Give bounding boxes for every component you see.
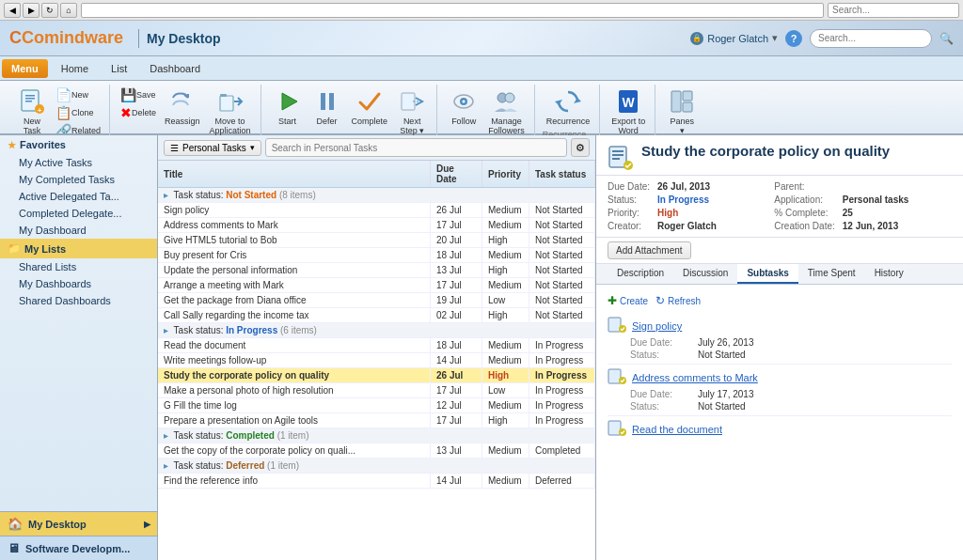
refresh-subtask-link[interactable]: ↻ Refresh xyxy=(655,294,701,307)
header-search-input[interactable] xyxy=(810,29,932,48)
save-button[interactable]: 💾 Save xyxy=(118,86,159,103)
help-button[interactable]: ? xyxy=(785,30,802,47)
tab-dashboard[interactable]: Dashboard xyxy=(138,56,212,81)
task-list-dropdown[interactable]: ☰ Personal Tasks ▾ xyxy=(164,140,261,156)
col-due-date[interactable]: Due Date xyxy=(431,161,482,188)
recurrence-button[interactable]: Recurrence xyxy=(543,85,594,128)
task-due: 17 Jul xyxy=(431,218,482,233)
status-group-not-started[interactable]: ▸ Task status: Not Started (8 items) xyxy=(158,188,595,203)
col-title[interactable]: Title xyxy=(158,161,431,188)
task-priority: Low xyxy=(482,293,529,308)
tab-history[interactable]: History xyxy=(865,264,913,284)
table-row[interactable]: Read the document18 JulMediumIn Progress xyxy=(158,338,595,353)
delete-button[interactable]: ✖ Delete xyxy=(118,104,159,121)
address-bar[interactable] xyxy=(81,3,824,18)
table-row[interactable]: Write meetings follow-up14 JulMediumIn P… xyxy=(158,353,595,368)
menu-button[interactable]: Menu xyxy=(2,59,48,78)
col-task-status[interactable]: Task status xyxy=(529,161,595,188)
move-to-application-button[interactable]: Move toApplication xyxy=(206,85,255,137)
table-row[interactable]: Give HTML5 tutorial to Bob20 JulHighNot … xyxy=(158,233,595,248)
new-task-label: NewTask xyxy=(24,117,41,135)
task-status: Not Started xyxy=(529,263,595,278)
sidebar-favorites-header[interactable]: ★ Favorites xyxy=(0,135,157,154)
table-row[interactable]: Get the package from Diana office19 JulL… xyxy=(158,293,595,308)
application-label: Application: xyxy=(774,194,834,205)
tab-list[interactable]: List xyxy=(100,56,138,81)
table-row[interactable]: Make a personal photo of high resolution… xyxy=(158,383,595,398)
detail-panel: Study the corporate policy on quality Du… xyxy=(596,135,963,560)
reassign-button[interactable]: Reassign xyxy=(161,85,204,137)
subtask-title-address-comments[interactable]: Address comments to Mark xyxy=(608,368,952,387)
sidebar-item-shared-dashboards[interactable]: Shared Dashboards xyxy=(0,292,157,309)
svg-rect-28 xyxy=(612,158,620,160)
clone-button[interactable]: 📋 Clone xyxy=(53,104,103,121)
sidebar-bottom-my-desktop[interactable]: 🏠 My Desktop ▶ xyxy=(0,511,158,536)
sidebar-item-my-dashboards[interactable]: My Dashboards xyxy=(0,275,157,292)
tab-discussion[interactable]: Discussion xyxy=(673,264,737,284)
table-row[interactable]: Call Sally regarding the income tax02 Ju… xyxy=(158,308,595,323)
tab-subtasks[interactable]: Subtasks xyxy=(737,264,797,284)
refresh-button[interactable]: ↻ xyxy=(41,3,58,18)
browser-search-input[interactable] xyxy=(828,3,959,18)
status-group-in-progress[interactable]: ▸ Task status: In Progress (6 items) xyxy=(158,323,595,338)
sidebar-bottom-software-dev[interactable]: 🖥 Software Developm... xyxy=(0,536,158,560)
sidebar-item-my-dashboard[interactable]: My Dashboard xyxy=(0,222,157,239)
col-priority[interactable]: Priority xyxy=(482,161,529,188)
table-row[interactable]: Arrange a meeting with Mark17 JulMediumN… xyxy=(158,278,595,293)
subtask-title-read-document[interactable]: Read the document xyxy=(608,420,952,439)
new-task-button[interactable]: + NewTask xyxy=(13,85,51,139)
task-title: Make a personal photo of high resolution xyxy=(158,383,431,398)
task-list-scroll-area[interactable]: Title Due Date Priority Task status ▸ Ta… xyxy=(158,161,595,560)
create-subtask-link[interactable]: ✚ Create xyxy=(608,294,648,307)
table-row[interactable]: Get the copy of the corporate policy on … xyxy=(158,443,595,459)
svg-marker-8 xyxy=(282,93,297,110)
table-row[interactable]: Address comments to Mark17 JulMediumNot … xyxy=(158,218,595,233)
tab-home[interactable]: Home xyxy=(50,56,100,81)
task-status: Not Started xyxy=(529,233,595,248)
panes-button[interactable]: Panes▾ xyxy=(663,85,701,137)
status-label: Status: xyxy=(608,194,650,205)
sidebar-item-my-completed-tasks[interactable]: My Completed Tasks xyxy=(0,171,157,188)
manage-followers-button[interactable]: ManageFollowers xyxy=(484,85,529,137)
svg-rect-7 xyxy=(220,94,227,97)
new-button[interactable]: 📄 New xyxy=(53,86,103,103)
user-dropdown-icon[interactable]: ▾ xyxy=(772,32,778,44)
sidebar-item-active-delegated[interactable]: Active Delegated Ta... xyxy=(0,188,157,205)
add-attachment-button[interactable]: Add Attachment xyxy=(608,241,691,259)
status-group-deferred[interactable]: ▸ Task status: Deferred (1 item) xyxy=(158,459,595,474)
task-due: 19 Jul xyxy=(431,293,482,308)
export-to-word-button[interactable]: W Export toWord xyxy=(608,85,649,137)
follow-button[interactable]: Follow xyxy=(445,85,482,137)
task-priority: Medium xyxy=(482,338,529,353)
sidebar-item-completed-delegate[interactable]: Completed Delegate... xyxy=(0,205,157,222)
sidebar-my-lists-header[interactable]: 📁 My Lists xyxy=(0,239,157,258)
forward-button[interactable]: ▶ xyxy=(23,3,39,18)
home-button[interactable]: ⌂ xyxy=(60,3,77,18)
tab-description[interactable]: Description xyxy=(608,264,673,284)
sidebar-item-shared-lists[interactable]: Shared Lists xyxy=(0,258,157,275)
table-row[interactable]: G Fill the time log12 JulMediumIn Progre… xyxy=(158,398,595,413)
refresh-label: Refresh xyxy=(668,296,701,306)
create-icon: ✚ xyxy=(608,294,617,307)
tab-time-spent[interactable]: Time Spent xyxy=(798,264,865,284)
export-to-word-icon: W xyxy=(613,86,643,117)
table-row-selected[interactable]: Study the corporate policy on quality26 … xyxy=(158,368,595,383)
table-row[interactable]: Find the reference info14 JulMediumDefer… xyxy=(158,474,595,489)
detail-tabs: Description Discussion Subtasks Time Spe… xyxy=(596,264,963,285)
defer-icon xyxy=(312,86,342,117)
svg-rect-11 xyxy=(402,93,415,110)
svg-marker-18 xyxy=(574,98,581,103)
task-priority: Medium xyxy=(482,398,529,413)
task-settings-button[interactable]: ⚙ xyxy=(571,138,590,157)
next-step-icon xyxy=(397,86,427,117)
table-row[interactable]: Buy present for Cris18 JulMediumNot Star… xyxy=(158,248,595,263)
table-row[interactable]: Sign policy26 JulMediumNot Started xyxy=(158,203,595,218)
status-group-completed[interactable]: ▸ Task status: Completed (1 item) xyxy=(158,428,595,443)
sidebar-item-my-active-tasks[interactable]: My Active Tasks xyxy=(0,154,157,171)
table-row[interactable]: Prepare a presentation on Agile tools17 … xyxy=(158,413,595,428)
table-row[interactable]: Update the personal information13 JulHig… xyxy=(158,263,595,278)
task-search-input[interactable] xyxy=(265,138,567,157)
back-button[interactable]: ◀ xyxy=(4,3,21,18)
search-icon[interactable]: 🔍 xyxy=(939,32,954,45)
subtask-title-sign-policy[interactable]: Sign policy xyxy=(608,317,952,335)
